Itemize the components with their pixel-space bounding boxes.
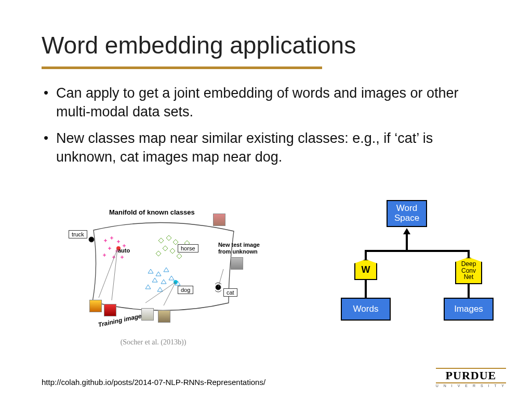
purdue-logo: PURDUE U N I V E R S I T Y: [436, 368, 506, 388]
thumb-car1: [89, 300, 102, 312]
new-test-label: New test image from unknown: [218, 242, 260, 255]
label-horse: horse: [178, 244, 198, 252]
citation-text: (Socher et al. (2013b)): [42, 338, 265, 347]
title-underline: [42, 66, 322, 69]
bullet-item: Can apply to get a joint embedding of wo…: [42, 84, 490, 122]
manifold-heading: Manifold of known classes: [109, 208, 195, 216]
logo-text: PURDUE: [436, 368, 506, 383]
footer-url: http://colah.github.io/posts/2014-07-NLP…: [42, 378, 265, 387]
manifold-figure: Manifold of known classes: [42, 205, 265, 347]
label-truck: truck: [69, 230, 87, 238]
thumb-cat: [231, 257, 243, 270]
label-cat: cat: [223, 288, 237, 297]
node-words: Words: [341, 298, 391, 321]
svg-point-1: [89, 237, 94, 242]
label-dog: dog: [178, 286, 193, 294]
node-w: W: [354, 259, 377, 280]
slide-title: Word embedding applications: [42, 31, 490, 59]
bullet-item: New classes map near similar existing cl…: [42, 129, 490, 167]
bullet-list: Can apply to get a joint embedding of wo…: [42, 84, 490, 167]
thumb-car2: [104, 304, 116, 316]
label-auto: auto: [115, 247, 132, 254]
thumb-dog2: [158, 310, 170, 323]
manifold-sheet: [88, 220, 239, 311]
arrow-into-wordspace: [403, 228, 410, 234]
node-deep-conv-net: Deep Conv Net: [455, 257, 482, 284]
node-word-space: Word Space: [387, 200, 427, 227]
flow-diagram: Word Space W Deep Conv Net Words: [335, 200, 490, 340]
thumb-unknown: [213, 214, 225, 226]
logo-subtext: U N I V E R S I T Y: [436, 384, 506, 388]
thumb-dog1: [141, 308, 154, 321]
node-images: Images: [444, 298, 494, 321]
